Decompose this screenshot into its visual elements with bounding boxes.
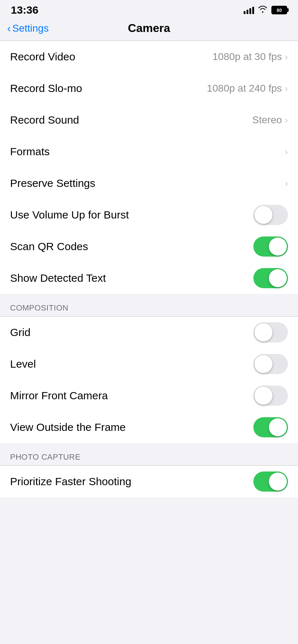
toggle-thumb: [269, 269, 287, 287]
record-video-value-group: 1080p at 30 fps ›: [212, 51, 288, 63]
level-toggle[interactable]: [253, 354, 288, 374]
use-volume-up-row: Use Volume Up for Burst: [0, 199, 298, 231]
mirror-front-camera-toggle[interactable]: [253, 386, 288, 406]
toggle-thumb: [254, 387, 272, 405]
chevron-right-icon: ›: [285, 115, 288, 126]
chevron-right-icon: ›: [285, 83, 288, 94]
back-label: Settings: [12, 23, 49, 34]
chevron-right-icon: ›: [285, 51, 288, 63]
preserve-settings-row[interactable]: Preserve Settings ›: [0, 167, 298, 199]
photo-capture-section-header: PHOTO CAPTURE: [0, 443, 298, 465]
chevron-right-icon: ›: [285, 178, 288, 189]
record-sound-value-group: Stereo ›: [252, 114, 288, 126]
status-time: 13:36: [11, 4, 39, 16]
composition-header-text: COMPOSITION: [10, 303, 68, 312]
wifi-icon: [258, 5, 268, 15]
record-slomo-value-group: 1080p at 240 fps ›: [207, 83, 288, 94]
record-slomo-label: Record Slo-mo: [10, 82, 82, 95]
photo-capture-header-text: PHOTO CAPTURE: [10, 452, 81, 461]
level-row: Level: [0, 348, 298, 380]
level-label: Level: [10, 358, 36, 370]
record-slomo-value: 1080p at 240 fps: [207, 83, 282, 94]
toggle-thumb: [254, 206, 272, 224]
view-outside-frame-row: View Outside the Frame: [0, 411, 298, 443]
prioritize-faster-shooting-toggle[interactable]: [253, 472, 288, 492]
photo-capture-settings-section: Prioritize Faster Shooting: [0, 466, 298, 497]
back-button[interactable]: ‹ Settings: [7, 23, 49, 34]
scan-qr-codes-label: Scan QR Codes: [10, 240, 88, 253]
formats-label: Formats: [10, 146, 50, 158]
record-sound-value: Stereo: [252, 114, 282, 126]
composition-settings-section: Grid Level Mirror Front Camera View Outs…: [0, 317, 298, 443]
view-outside-frame-label: View Outside the Frame: [10, 421, 126, 433]
record-video-label: Record Video: [10, 51, 75, 63]
use-volume-up-toggle[interactable]: [253, 205, 288, 225]
formats-row[interactable]: Formats ›: [0, 136, 298, 167]
back-chevron-icon: ‹: [7, 23, 11, 34]
record-sound-row[interactable]: Record Sound Stereo ›: [0, 104, 298, 136]
grid-toggle[interactable]: [253, 322, 288, 342]
toggle-thumb: [269, 418, 287, 436]
page-title: Camera: [128, 22, 170, 35]
preserve-settings-label: Preserve Settings: [10, 177, 95, 189]
signal-icon: [244, 6, 254, 14]
chevron-right-icon: ›: [285, 146, 288, 157]
battery-icon: 80: [271, 6, 287, 14]
record-sound-label: Record Sound: [10, 114, 79, 126]
view-outside-frame-toggle[interactable]: [253, 417, 288, 437]
main-settings-section: Record Video 1080p at 30 fps › Record Sl…: [0, 41, 298, 294]
record-video-value: 1080p at 30 fps: [212, 51, 282, 63]
status-bar: 13:36 80: [0, 0, 298, 18]
show-detected-text-toggle[interactable]: [253, 268, 288, 288]
grid-label: Grid: [10, 326, 31, 339]
grid-row: Grid: [0, 317, 298, 348]
toggle-thumb: [254, 323, 272, 341]
record-video-row[interactable]: Record Video 1080p at 30 fps ›: [0, 41, 298, 73]
scan-qr-codes-row: Scan QR Codes: [0, 231, 298, 262]
show-detected-text-row: Show Detected Text: [0, 262, 298, 294]
prioritize-faster-shooting-row: Prioritize Faster Shooting: [0, 466, 298, 497]
formats-value-group: ›: [285, 146, 288, 157]
mirror-front-camera-label: Mirror Front Camera: [10, 390, 108, 402]
preserve-settings-value-group: ›: [285, 178, 288, 189]
composition-section-header: COMPOSITION: [0, 294, 298, 316]
use-volume-up-label: Use Volume Up for Burst: [10, 209, 129, 221]
mirror-front-camera-row: Mirror Front Camera: [0, 380, 298, 411]
prioritize-faster-shooting-label: Prioritize Faster Shooting: [10, 475, 131, 488]
toggle-thumb: [269, 473, 287, 491]
toggle-thumb: [269, 238, 287, 256]
nav-bar: ‹ Settings Camera: [0, 18, 298, 41]
status-icons: 80: [244, 5, 287, 15]
show-detected-text-label: Show Detected Text: [10, 272, 106, 284]
record-slomo-row[interactable]: Record Slo-mo 1080p at 240 fps ›: [0, 73, 298, 104]
scan-qr-codes-toggle[interactable]: [253, 236, 288, 257]
toggle-thumb: [254, 355, 272, 373]
